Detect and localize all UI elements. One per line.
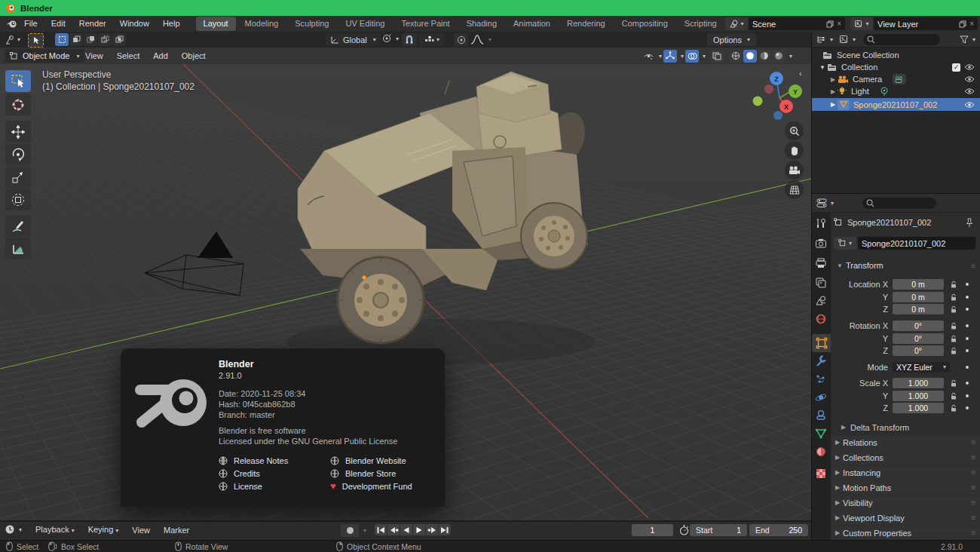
lock-icon[interactable]	[950, 293, 957, 302]
options-button[interactable]: Options ▾	[707, 33, 756, 46]
panel-grip-icon[interactable]: ≡	[971, 453, 975, 462]
active-tool-button[interactable]	[28, 33, 44, 48]
navigation-gizmo[interactable]: Z Y X	[749, 66, 810, 128]
object-name-field[interactable]: Sponge20210107_002	[858, 237, 975, 250]
outliner-display-mode-dropdown[interactable]: ▾	[816, 35, 833, 44]
timeline-menu-keying[interactable]: Keying▾	[81, 522, 126, 538]
tool-annotate[interactable]	[5, 215, 31, 237]
projection-toggle-button[interactable]	[785, 180, 804, 199]
tool-scale[interactable]	[5, 166, 31, 188]
view-layer-icon-dropdown[interactable]: ▾	[850, 17, 873, 30]
falloff-curve-icon[interactable]	[470, 35, 484, 44]
play-button[interactable]	[413, 524, 425, 535]
rotation-mode-dropdown[interactable]: XYZ Euler ▾	[893, 362, 950, 373]
scale-z-field[interactable]: 1.000	[893, 403, 944, 413]
workspace-tab-compositing[interactable]: Compositing	[614, 17, 675, 31]
panel-grip-icon[interactable]: ≡	[971, 468, 975, 477]
menu-edit[interactable]: Edit	[44, 16, 72, 32]
workspace-tab-rendering[interactable]: Rendering	[559, 17, 613, 31]
prev-keyframe-button[interactable]	[387, 524, 400, 535]
tool-select-box[interactable]	[5, 70, 31, 92]
tool-measure[interactable]	[5, 238, 31, 259]
tool-rotate[interactable]	[5, 143, 31, 165]
location-y-field[interactable]: 0 m	[893, 292, 944, 302]
auto-key-record-button[interactable]	[341, 524, 359, 537]
snap-toggle-button[interactable]	[402, 33, 417, 46]
axis-neg-z-ball[interactable]	[773, 111, 782, 120]
timeline-menu-marker[interactable]: Marker	[157, 523, 196, 538]
tab-constraints[interactable]	[815, 409, 827, 425]
viewport-menu-view[interactable]: View	[78, 48, 110, 64]
rotation-z-field[interactable]: 0°	[893, 345, 944, 356]
tab-modifiers[interactable]	[815, 354, 827, 370]
snap-target-dropdown[interactable]: ▾	[419, 33, 445, 46]
tab-output[interactable]	[815, 257, 827, 272]
rotation-y-field[interactable]: 0°	[893, 333, 944, 344]
collection-checkbox[interactable]: ✓	[952, 63, 960, 72]
scene-name-field[interactable]: Scene ×	[749, 17, 845, 30]
next-keyframe-button[interactable]	[426, 524, 438, 535]
timeline-menu-playback[interactable]: Playback▾	[29, 522, 81, 538]
workspace-tab-layout[interactable]: Layout	[196, 17, 236, 31]
properties-editor-dropdown[interactable]: ▾	[816, 198, 834, 208]
link-blender-store[interactable]: Blender Store	[330, 467, 412, 480]
tab-object-active[interactable]	[812, 334, 831, 352]
proportional-edit-toggle[interactable]	[454, 33, 468, 46]
tab-material[interactable]	[815, 446, 827, 461]
outliner-row-camera[interactable]: ▶ Camera	[812, 73, 980, 85]
pan-button[interactable]	[785, 141, 804, 160]
tool-move[interactable]	[5, 121, 31, 143]
animate-dot[interactable]	[966, 349, 969, 352]
panel-collections[interactable]: ▶Collections≡	[831, 450, 980, 465]
animate-dot[interactable]	[966, 308, 969, 311]
object-visibility-dropdown[interactable]	[642, 50, 655, 63]
outliner-filter-dropdown[interactable]: ▾	[960, 35, 975, 44]
outliner-row-scene-collection[interactable]: Scene Collection	[812, 49, 980, 61]
tab-scene[interactable]	[815, 295, 827, 310]
workspace-tab-uv-editing[interactable]: UV Editing	[338, 17, 392, 31]
panel-grip-icon[interactable]: ≡	[971, 262, 975, 270]
editor-separator-vertical[interactable]	[811, 32, 812, 540]
panel-instancing[interactable]: ▶Instancing≡	[831, 465, 980, 480]
jump-start-button[interactable]	[375, 524, 387, 535]
panel-custom-properties[interactable]: ▶Custom Properties≡	[831, 526, 980, 540]
lock-icon[interactable]	[950, 335, 957, 343]
select-mode-subtract[interactable]	[84, 33, 97, 46]
tab-world[interactable]	[815, 313, 827, 328]
current-frame-field[interactable]: 1	[632, 524, 673, 536]
delta-transform-subpanel[interactable]: ▶ Delta Transform	[831, 421, 980, 434]
timeline-menu-view[interactable]: View	[125, 523, 157, 538]
eye-visibility-icon[interactable]	[964, 63, 975, 71]
mode-dropdown[interactable]: Object Mode ▾	[5, 49, 84, 63]
pivot-point-dropdown[interactable]: ▾	[381, 33, 399, 44]
lock-icon[interactable]	[950, 347, 957, 355]
xray-toggle[interactable]	[710, 50, 724, 63]
lock-icon[interactable]	[950, 404, 957, 412]
axis-neg-y-ball[interactable]	[753, 97, 763, 106]
remove-view-layer-icon[interactable]: ×	[969, 20, 974, 28]
shading-wireframe-button[interactable]	[729, 50, 743, 63]
expand-arrow-icon[interactable]: ▼	[818, 64, 827, 71]
copy-icon[interactable]	[826, 20, 834, 28]
panel-visibility[interactable]: ▶Visibility≡	[831, 495, 980, 510]
panel-grip-icon[interactable]: ≡	[971, 483, 975, 492]
show-gizmo-toggle[interactable]	[663, 50, 677, 63]
tab-view-layer[interactable]	[815, 277, 827, 292]
expand-arrow-icon[interactable]: ▶	[828, 88, 838, 95]
copy-icon[interactable]	[959, 20, 966, 28]
eye-visibility-icon[interactable]	[964, 87, 975, 95]
animate-dot[interactable]	[966, 337, 969, 340]
panel-grip-icon[interactable]: ≡	[971, 438, 975, 446]
workspace-tab-modeling[interactable]: Modeling	[237, 17, 286, 31]
panel-grip-icon[interactable]: ≡	[971, 498, 975, 507]
menu-file[interactable]: File	[17, 16, 44, 32]
editor-separator-horizontal[interactable]	[812, 193, 980, 194]
panel-grip-icon[interactable]: ≡	[971, 514, 975, 522]
expand-arrow-icon[interactable]: ▶	[828, 76, 838, 83]
animate-dot[interactable]	[966, 296, 969, 299]
eye-visibility-icon[interactable]	[964, 101, 975, 109]
link-license[interactable]: License	[219, 480, 288, 492]
tab-tool[interactable]	[815, 218, 827, 233]
select-mode-set[interactable]	[55, 33, 69, 46]
blender-menu-icon[interactable]	[6, 19, 17, 29]
